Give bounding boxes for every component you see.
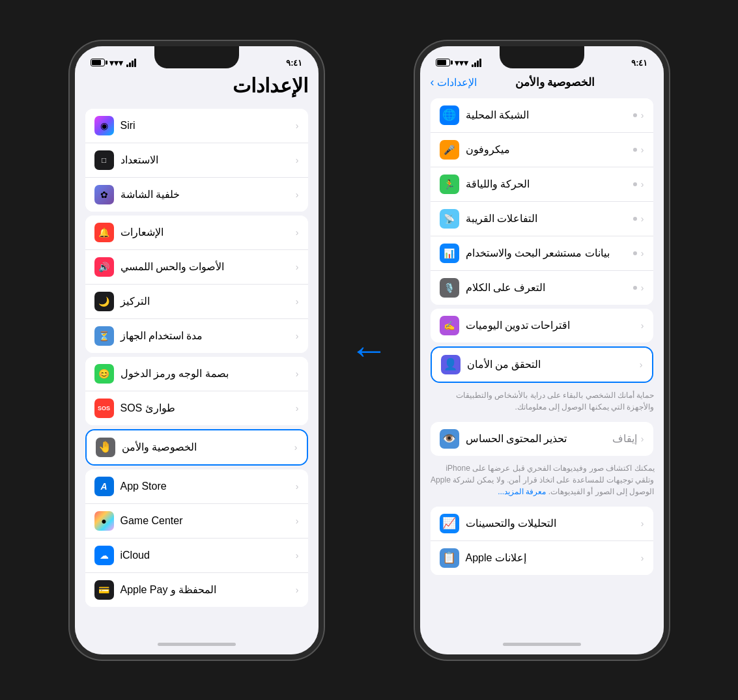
notifications-row[interactable]: ‹ الإشعارات🔔 [85, 216, 308, 250]
icloud-row[interactable]: ‹ iCloud☁ [85, 539, 308, 573]
wifi-icon: ▾▾▾ [455, 58, 468, 68]
sounds-row[interactable]: ‹ الأصوات والحس اللمسي🔊 [85, 250, 308, 285]
appstore-row[interactable]: ‹ App StoreA [85, 469, 308, 504]
wallet-row[interactable]: ‹ المحفظة و Apple Pay💳 [85, 573, 308, 607]
scroll-area-left[interactable]: ‹ الشبكة المحلية🌐 ‹ ميكروفون🎤 ‹ الحركة و… [420, 94, 664, 635]
list-item[interactable]: ‹ التفاعلات القريبة📡 [431, 202, 653, 236]
gamecenter-row[interactable]: ‹ Game Center● [85, 504, 308, 539]
appstore-icon: A [94, 477, 114, 496]
arrow-icon: ← [350, 328, 389, 372]
faceid-row[interactable]: ‹ بصمة الوجه ورمز الدخول😊 [85, 357, 308, 391]
list-item[interactable]: ‹ بيانات مستشعر البحث والاستخدام📊 [431, 236, 653, 271]
privacy-row[interactable]: ‹ الخصوصية والأمن🤚 [87, 430, 307, 464]
nav-back-left[interactable]: الإعدادات › [431, 76, 477, 89]
journal-icon: ✍️ [440, 316, 459, 335]
r-section-group-2: ‹ الإشعارات🔔 ‹ الأصوات والحس اللمسي🔊 ‹ ا… [85, 216, 308, 353]
section-group-4: ‹إيقاف تحذير المحتوى الحساس👁️ [431, 422, 653, 456]
nearby-icon: 📡 [440, 209, 459, 229]
status-time-left: ٩:٤١ [631, 58, 647, 68]
chevron-right-left: › [431, 76, 434, 89]
wifi-icon-right: ▾▾▾ [109, 58, 123, 68]
notifications-icon: 🔔 [94, 223, 114, 242]
learn-more-link[interactable]: معرفة المزيد... [498, 487, 546, 496]
analytics2-icon: 📈 [440, 514, 459, 533]
phone-right: ▾▾▾ ٩:٤١ الإعدادات ‹ Siri◉ [70, 41, 324, 660]
analytics2-row[interactable]: ‹ التحليلات والتحسينات📈 [431, 507, 653, 541]
standby-icon: □ [94, 150, 114, 170]
scroll-area-right[interactable]: ‹ Siri◉ ‹ الاستعداد□ ‹ خلفية الشاشة✿ ‹ ا… [75, 105, 319, 635]
list-item[interactable]: ‹ الشبكة المحلية🌐 [431, 98, 653, 133]
r-section-group-5: ‹ App StoreA ‹ Game Center● ‹ iCloud☁ ‹ … [85, 469, 308, 607]
safety-check-icon: 👤 [441, 355, 461, 374]
safety-check-highlighted[interactable]: ‹ التحقق من الأمان👤 [431, 346, 653, 383]
list-item[interactable]: ‹ الحركة واللياقة🏃 [431, 167, 653, 202]
siri-row[interactable]: ‹ Siri◉ [85, 109, 308, 143]
r-section-group-3: ‹ بصمة الوجه ورمز الدخول😊 ‹ طوارئ SOSSOS [85, 357, 308, 425]
list-item[interactable]: ‹ اقتراحات تدوين اليوميات✍️ [431, 309, 653, 343]
status-time-right: ٩:٤١ [286, 58, 302, 68]
standby-row[interactable]: ‹ الاستعداد□ [85, 143, 308, 178]
sounds-icon: 🔊 [94, 257, 114, 277]
speech-icon: 🎙️ [440, 278, 459, 298]
analytics-icon: 📊 [440, 244, 459, 263]
focus-icon: 🌙 [94, 292, 114, 311]
apple-ads-icon: 📋 [440, 548, 459, 568]
wallet-icon: 💳 [94, 580, 114, 600]
sensitive-content-subtext: يمكنك اكتشاف صور وفيديوهات الفحري قبل عر… [420, 460, 664, 503]
sensitive-content-row[interactable]: ‹إيقاف تحذير المحتوى الحساس👁️ [431, 422, 653, 456]
siri-icon: ◉ [94, 116, 114, 135]
list-item[interactable]: ‹ ميكروفون🎤 [431, 133, 653, 167]
battery-icon-right [91, 59, 105, 66]
sos-icon: SOS [94, 399, 114, 418]
status-bar-right: ▾▾▾ ٩:٤١ [75, 46, 319, 70]
battery-icon [436, 59, 450, 66]
local-network-icon: 🌐 [440, 105, 459, 125]
safety-check-row[interactable]: ‹ التحقق من الأمان👤 [432, 348, 652, 382]
motion-icon: 🏃 [440, 175, 459, 194]
sos-row[interactable]: ‹ طوارئ SOSSOS [85, 391, 308, 425]
nav-title-left: الخصوصية والأمن [515, 76, 595, 89]
privacy-highlighted[interactable]: ‹ الخصوصية والأمن🤚 [85, 429, 308, 466]
status-bar-left: ▾▾▾ ٩:٤١ [420, 46, 664, 70]
sensitive-icon: 👁️ [440, 429, 459, 449]
screentime-row[interactable]: ‹ مدة استخدام الجهاز⏳ [85, 319, 308, 353]
microphone-icon: 🎤 [440, 140, 459, 160]
privacy-icon: 🤚 [96, 438, 115, 457]
wallpaper-row[interactable]: ‹ خلفية الشاشة✿ [85, 178, 308, 212]
safety-check-subtext: حماية أمانك الشخصي بالبقاء على دراية بال… [420, 387, 664, 418]
list-item[interactable]: ‹ التعرف على الكلام🎙️ [431, 271, 653, 305]
signal-icon-right [126, 59, 136, 67]
navigation-arrow: ← [350, 328, 389, 372]
wallpaper-icon: ✿ [94, 185, 114, 204]
signal-icon [472, 59, 481, 67]
section-group-1: ‹ الشبكة المحلية🌐 ‹ ميكروفون🎤 ‹ الحركة و… [431, 98, 653, 305]
back-label-left: الإعدادات [437, 76, 477, 89]
screentime-icon: ⏳ [94, 326, 114, 346]
gamecenter-icon: ● [94, 511, 114, 531]
icloud-icon: ☁ [94, 546, 114, 565]
focus-row[interactable]: ‹ التركيز🌙 [85, 285, 308, 319]
status-left: ▾▾▾ [436, 58, 481, 68]
page-title-bar-right: الإعدادات [75, 70, 319, 105]
phone-left: ▾▾▾ ٩:٤١ الخصوصية والأمن الإعدادات › [415, 41, 669, 660]
r-section-group-1: ‹ Siri◉ ‹ الاستعداد□ ‹ خلفية الشاشة✿ [85, 109, 308, 212]
page-title-right: الإعدادات [85, 74, 308, 97]
status-left-right: ▾▾▾ [91, 58, 136, 68]
apple-ads-row[interactable]: ‹ إعلانات Apple📋 [431, 541, 653, 575]
section-group-2: ‹ اقتراحات تدوين اليوميات✍️ [431, 309, 653, 343]
section-group-5: ‹ التحليلات والتحسينات📈 ‹ إعلانات Apple📋 [431, 507, 653, 575]
faceid-icon: 😊 [94, 364, 114, 384]
nav-bar-left: الخصوصية والأمن الإعدادات › [420, 70, 664, 94]
